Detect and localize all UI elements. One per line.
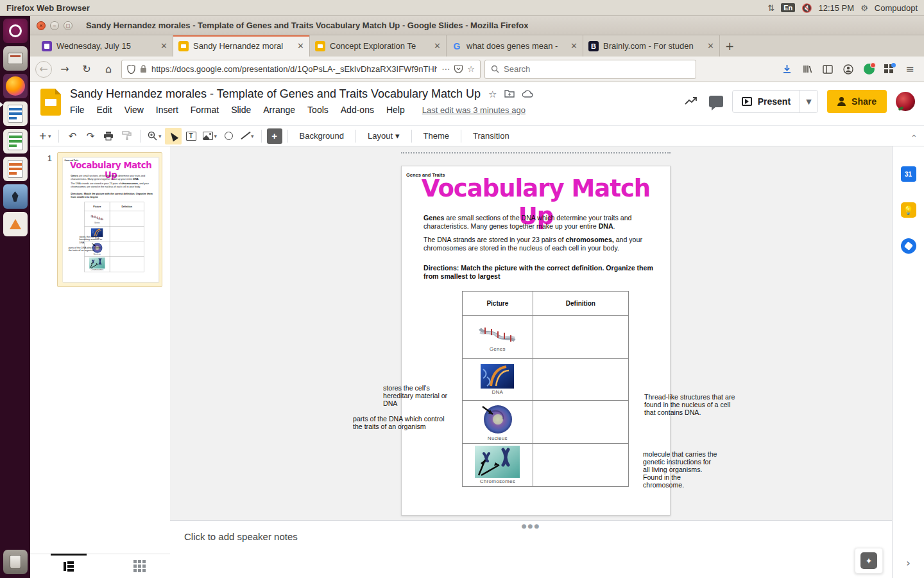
window-minimize-button[interactable]: − [50, 21, 59, 30]
new-slide-button[interactable]: +▾ [37, 128, 53, 144]
table-header-definition[interactable]: Definition [533, 292, 628, 316]
tab-concept-exploration[interactable]: Concept Exploration Te ✕ [310, 35, 447, 57]
slide-canvas[interactable]: Genes and Traits Vocabulary Match Up Gen… [170, 146, 892, 520]
collapse-toolbar-chevron[interactable]: › [909, 134, 918, 137]
window-maximize-button[interactable]: □ [64, 21, 73, 30]
background-button[interactable]: Background [293, 128, 350, 144]
downloads-icon[interactable] [778, 60, 796, 78]
apps-grid-icon[interactable] [880, 60, 898, 78]
window-close-button[interactable]: × [37, 21, 46, 30]
insert-image-button[interactable]: ▾ [201, 128, 219, 144]
libreoffice-calc-icon[interactable] [3, 129, 28, 153]
url-input[interactable] [151, 64, 437, 74]
menu-edit[interactable]: Edit [97, 105, 112, 115]
bookmark-star-icon[interactable]: ☆ [467, 64, 475, 74]
menu-addons[interactable]: Add-ons [341, 105, 374, 115]
present-options-caret[interactable]: ▼ [800, 90, 817, 113]
slides-logo-icon[interactable] [40, 89, 61, 116]
notes-resize-handle[interactable]: ●●● [522, 523, 541, 529]
search-bar[interactable] [484, 60, 696, 79]
tab-wednesday[interactable]: Wednesday, July 15 ✕ [37, 35, 173, 57]
star-document-icon[interactable]: ☆ [488, 89, 497, 100]
insert-line-button[interactable]: ▾ [238, 128, 256, 144]
table-header-picture[interactable]: Picture [463, 292, 533, 316]
menu-format[interactable]: Format [191, 105, 219, 115]
tab-close-icon[interactable]: ✕ [434, 41, 441, 51]
forward-button[interactable]: → [56, 60, 74, 78]
definition-float-parts-of-dna[interactable]: parts of the DNA which control the trait… [353, 415, 450, 430]
tab-close-icon[interactable]: ✕ [160, 41, 167, 51]
select-tool-button[interactable] [165, 128, 182, 144]
menu-file[interactable]: File [70, 105, 85, 115]
url-bar[interactable]: ⋯ ☆ [121, 60, 481, 79]
account-icon[interactable] [839, 60, 857, 78]
grid-view-button[interactable] [126, 554, 152, 578]
account-avatar[interactable] [896, 92, 915, 111]
menu-insert[interactable]: Insert [156, 105, 178, 115]
share-button[interactable]: Share [827, 90, 887, 113]
permissions-shield-icon[interactable] [127, 65, 135, 74]
document-title[interactable]: Sandy Hernandez morales - Template of Ge… [70, 87, 481, 101]
extension-badge-icon[interactable] [860, 60, 878, 78]
explore-button[interactable]: ✦ [855, 548, 883, 574]
transition-button[interactable]: Transition [466, 128, 516, 144]
network-updown-icon[interactable]: ⇅ [767, 3, 774, 13]
tab-close-icon[interactable]: ✕ [570, 41, 578, 51]
insert-shape-button[interactable] [220, 128, 237, 144]
definition-float-molecule[interactable]: molecule that carries the genetic instru… [643, 450, 717, 489]
move-folder-icon[interactable] [504, 89, 515, 100]
definition-cell-empty[interactable] [533, 359, 628, 401]
session-gear-icon[interactable]: ⚙ [860, 3, 868, 13]
ubuntu-dash-icon[interactable] [3, 19, 28, 43]
tab-close-icon[interactable]: ✕ [297, 41, 304, 51]
slide-paragraph-dna[interactable]: The DNA strands are stored in your 23 pa… [424, 236, 660, 252]
comments-icon[interactable] [709, 96, 723, 107]
back-button[interactable]: ← [35, 61, 52, 78]
slide-page[interactable]: Genes and Traits Vocabulary Match Up Gen… [401, 166, 671, 516]
tab-google-search[interactable]: G what does genes mean - ✕ [447, 35, 583, 57]
tab-close-icon[interactable]: ✕ [707, 41, 714, 51]
last-edit-status[interactable]: Last edit was 3 minutes ago [422, 105, 526, 115]
pocket-icon[interactable] [454, 65, 463, 73]
activity-chart-icon[interactable] [683, 95, 700, 109]
present-button[interactable]: Present ▼ [732, 90, 818, 113]
calendar-panel-icon[interactable]: 31 [900, 166, 917, 182]
menu-view[interactable]: View [124, 105, 144, 115]
trash-icon[interactable] [3, 550, 28, 574]
print-button[interactable] [100, 128, 117, 144]
filmstrip-view-button[interactable] [56, 554, 81, 578]
slide-thumbnail-selected[interactable]: Genes and Traits Vocabulary Match Up Gen… [57, 152, 162, 287]
files-app-icon[interactable] [3, 46, 28, 71]
libreoffice-impress-icon[interactable] [3, 157, 28, 181]
zoom-button[interactable]: ▾ [146, 128, 164, 144]
vlc-app-icon[interactable] [3, 212, 28, 236]
sidebar-toggle-icon[interactable] [819, 60, 837, 78]
slide-paragraph-genes[interactable]: Genes are small sections of the DNA whic… [424, 214, 660, 230]
session-user-name[interactable]: Compudopt [875, 3, 918, 13]
text-box-button[interactable]: T [183, 128, 200, 144]
home-button[interactable]: ⌂ [99, 60, 117, 78]
speaker-notes-panel[interactable]: ●●● Click to add speaker notes ✦ [170, 520, 892, 578]
keep-panel-icon[interactable]: 💡 [900, 202, 917, 218]
keyboard-layout-indicator[interactable]: En [781, 3, 795, 12]
definition-cell-empty[interactable] [533, 316, 628, 359]
tab-slides-active[interactable]: Sandy Hernandez moral ✕ [173, 35, 310, 57]
menu-hamburger-icon[interactable]: ≡ [901, 60, 919, 78]
redo-button[interactable]: ↷ [82, 128, 99, 144]
definition-float-hereditary[interactable]: stores the cell's hereditary material or… [383, 384, 459, 407]
menu-arrange[interactable]: Arrange [263, 105, 295, 115]
photos-app-icon[interactable] [3, 184, 28, 209]
clock[interactable]: 12:15 PM [818, 3, 854, 13]
insert-placeholder-button[interactable]: + [267, 128, 282, 144]
theme-button[interactable]: Theme [417, 128, 456, 144]
definition-cell-empty[interactable] [533, 401, 628, 444]
layout-button[interactable]: Layout▾ [361, 128, 406, 144]
lock-icon[interactable] [140, 65, 147, 73]
paint-format-button[interactable] [118, 128, 135, 144]
new-tab-button[interactable]: + [720, 35, 739, 57]
definition-float-threadlike[interactable]: Thread-like structures that are found in… [644, 393, 738, 416]
library-icon[interactable] [798, 60, 816, 78]
speaker-notes-placeholder[interactable]: Click to add speaker notes [184, 531, 892, 542]
menu-help[interactable]: Help [386, 105, 405, 115]
undo-button[interactable]: ↶ [64, 128, 81, 144]
